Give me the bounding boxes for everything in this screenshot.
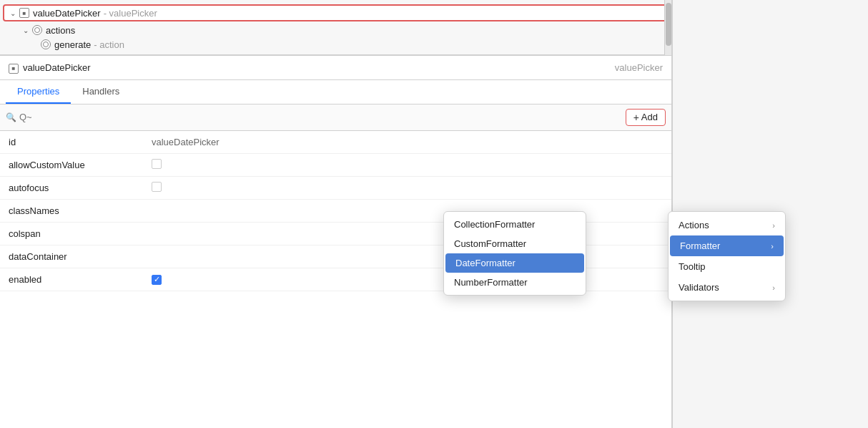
tree-item-actions[interactable]: ⌄ actions xyxy=(17,23,671,37)
tabs-bar: Properties Handlers xyxy=(0,80,671,104)
prop-name-colspan: colspan xyxy=(9,228,152,239)
formatter-item-number-label: NumberFormatter xyxy=(454,277,528,288)
search-bar: 🔍 + Add xyxy=(0,104,671,131)
search-input[interactable] xyxy=(19,112,623,122)
datepicker-icon: ■ xyxy=(19,7,30,19)
tree-item-label: valueDatePicker xyxy=(33,8,101,19)
tree-item-selected[interactable]: ⌄ ■ valueDatePicker - valuePicker xyxy=(3,4,669,21)
actions-chevron-right: › xyxy=(772,221,775,230)
formatter-item-collection-label: CollectionFormatter xyxy=(454,219,535,230)
plus-icon: + xyxy=(633,112,639,123)
chevron-down-icon: ⌄ xyxy=(23,26,29,34)
formatter-chevron-right: › xyxy=(771,242,774,251)
tree-item-generate-sublabel: - action xyxy=(94,39,124,50)
search-icon: 🔍 xyxy=(6,112,16,122)
checkbox-enabled[interactable]: ✓ xyxy=(152,275,162,285)
formatter-item-collection[interactable]: CollectionFormatter xyxy=(444,215,586,234)
actions-item-actions[interactable]: Actions › xyxy=(669,215,785,235)
formatter-item-date[interactable]: DateFormatter xyxy=(445,253,584,273)
inspector-icon: ■ xyxy=(9,62,19,74)
formatter-item-number[interactable]: NumberFormatter xyxy=(444,273,586,292)
tree-item-generate[interactable]: generate - action xyxy=(34,37,671,52)
actions-dropdown: Actions › Formatter › Tooltip Validators… xyxy=(668,211,786,301)
tree-scrollbar[interactable] xyxy=(664,0,671,55)
formatter-dropdown: CollectionFormatter CustomFormatter Date… xyxy=(443,211,586,296)
actions-item-validators-label: Validators xyxy=(679,282,719,293)
prop-name-id: id xyxy=(9,137,152,147)
inspector-title: valueDatePicker xyxy=(23,62,91,73)
tab-properties[interactable]: Properties xyxy=(6,80,71,104)
formatter-item-custom[interactable]: CustomFormatter xyxy=(444,234,586,253)
tab-handlers[interactable]: Handlers xyxy=(71,80,131,104)
tree-item-generate-label: generate xyxy=(54,39,91,50)
prop-name-datacontainer: dataContainer xyxy=(9,251,152,262)
tree-item-sublabel: - valuePicker xyxy=(104,8,157,19)
actions-item-formatter-label: Formatter xyxy=(680,240,720,251)
prop-row-id: id valueDatePicker xyxy=(0,131,671,154)
prop-name-allowcustomvalue: allowCustomValue xyxy=(9,160,152,170)
formatter-menu: CollectionFormatter CustomFormatter Date… xyxy=(443,211,586,296)
prop-value-id: valueDatePicker xyxy=(152,137,663,147)
actions-item-tooltip[interactable]: Tooltip xyxy=(669,256,785,277)
inspector-header: ■ valueDatePicker valuePicker xyxy=(0,56,671,80)
generate-icon xyxy=(40,39,51,50)
actions-item-actions-label: Actions xyxy=(679,220,709,230)
prop-row-allowcustomvalue: allowCustomValue xyxy=(0,154,671,177)
actions-item-validators[interactable]: Validators › xyxy=(669,277,785,298)
scrollbar-thumb xyxy=(666,3,671,46)
add-button[interactable]: + Add xyxy=(626,109,666,126)
prop-name-autofocus: autofocus xyxy=(9,183,152,193)
actions-item-formatter[interactable]: Formatter › xyxy=(670,235,784,256)
chevron-down-icon: ⌄ xyxy=(10,9,16,17)
action-icon xyxy=(31,24,43,36)
formatter-item-date-label: DateFormatter xyxy=(455,258,516,268)
prop-row-autofocus: autofocus xyxy=(0,177,671,200)
formatter-item-custom-label: CustomFormatter xyxy=(454,238,526,249)
validators-chevron-right: › xyxy=(772,283,775,292)
prop-name-enabled: enabled xyxy=(9,274,152,285)
checkbox-allowcustomvalue[interactable] xyxy=(152,159,162,169)
tree-item-actions-label: actions xyxy=(46,25,75,36)
checkbox-autofocus[interactable] xyxy=(152,182,162,192)
add-label: Add xyxy=(641,112,658,122)
prop-name-classnames: classNames xyxy=(9,205,152,216)
actions-item-tooltip-label: Tooltip xyxy=(679,261,706,272)
inspector-subtitle: valuePicker xyxy=(615,62,663,73)
